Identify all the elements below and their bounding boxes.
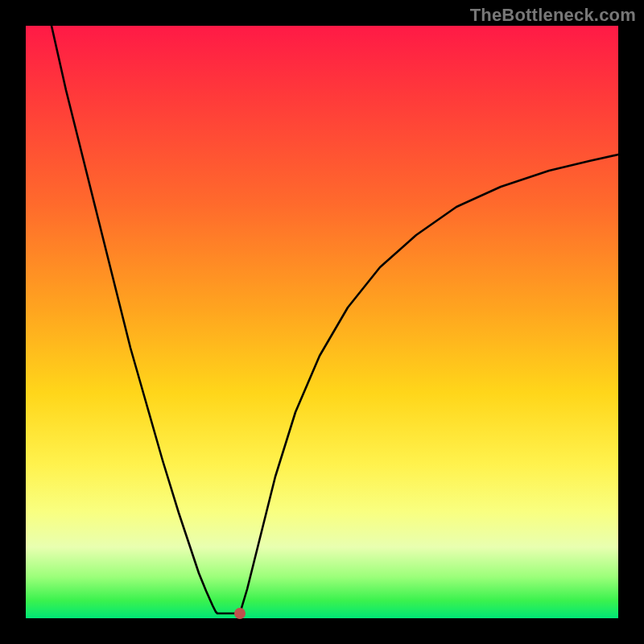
watermark-text: TheBottleneck.com xyxy=(470,5,636,26)
curve-path xyxy=(52,26,618,613)
chart-frame: TheBottleneck.com xyxy=(0,0,644,644)
plot-area xyxy=(26,26,618,618)
optimum-marker xyxy=(234,608,246,619)
bottleneck-curve xyxy=(26,26,618,618)
